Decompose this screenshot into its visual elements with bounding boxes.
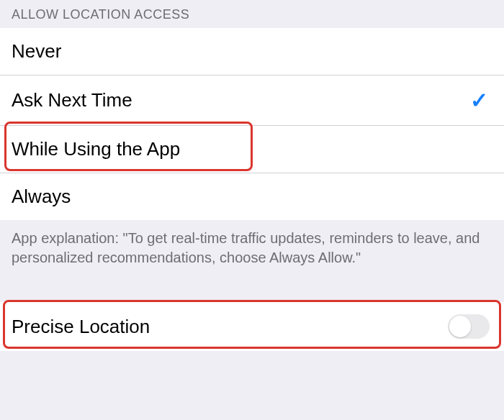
precise-location-label: Precise Location (12, 316, 150, 338)
precise-location-toggle[interactable] (448, 314, 490, 339)
option-label: Never (12, 40, 492, 63)
location-access-list: Never Ask Next Time ✓ While Using the Ap… (0, 28, 504, 220)
option-always[interactable]: Always (0, 173, 504, 220)
option-ask-next-time[interactable]: Ask Next Time ✓ (0, 76, 504, 126)
app-explanation: App explanation: "To get real-time traff… (0, 220, 504, 276)
section-header: ALLOW LOCATION ACCESS (0, 0, 504, 28)
checkmark-icon: ✓ (470, 88, 488, 113)
option-while-using-app[interactable]: While Using the App (0, 126, 504, 173)
option-label: Always (12, 186, 492, 208)
toggle-knob (449, 316, 471, 337)
option-label: While Using the App (12, 138, 492, 160)
option-never[interactable]: Never (0, 28, 504, 76)
option-label: Ask Next Time (12, 89, 470, 111)
precise-location-row[interactable]: Precise Location (0, 302, 504, 351)
